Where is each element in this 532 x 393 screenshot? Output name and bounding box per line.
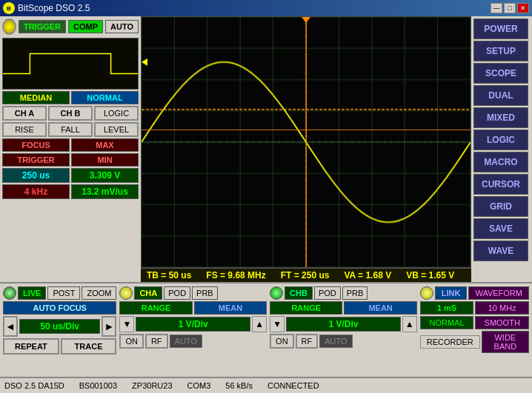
logic-button[interactable]: LOGIC xyxy=(94,106,139,121)
trigger-row: TRIGGER COMP AUTO xyxy=(2,19,139,35)
macro-button[interactable]: MACRO xyxy=(473,152,528,172)
app-icon: B xyxy=(3,2,15,14)
live-row: LIVE POST ZOOM xyxy=(3,286,116,300)
cursor-vertical xyxy=(306,17,307,267)
timediv-display: 50 us/Div xyxy=(19,319,100,334)
cha-indicator xyxy=(119,286,133,300)
chb-label-button[interactable]: CHB xyxy=(285,286,313,300)
status-bar: DSO 2.5 DA15D BS001003 ZP30RU23 COM3 56 … xyxy=(0,377,532,393)
chb-rf-button[interactable]: RF xyxy=(296,334,319,349)
chb-vdiv-display: 1 V/Div xyxy=(286,317,401,332)
cha-vdiv-right[interactable]: ▲ xyxy=(252,316,267,332)
save-button[interactable]: SAVE xyxy=(473,218,528,239)
link-button[interactable]: LINK xyxy=(435,286,468,300)
mixed-button[interactable]: MIXED xyxy=(473,107,528,128)
bottom-left-section: LIVE POST ZOOM AUTO FOCUS ◄ 50 us/Div ► … xyxy=(1,285,118,362)
bottom-link-section: LINK WAVEFORM 1 mS 10 MHz NORMAL SMOOTH … xyxy=(419,285,531,362)
cha-button[interactable]: CH A xyxy=(2,106,47,121)
repeat-button[interactable]: REPEAT xyxy=(3,338,59,355)
time-value: 250 us xyxy=(2,168,70,183)
setup-button[interactable]: SETUP xyxy=(473,41,528,61)
recorder-button[interactable]: RECORDER xyxy=(420,335,480,349)
median-normal-row: MEDIAN NORMAL xyxy=(2,91,139,104)
cha-label-button[interactable]: CHA xyxy=(134,286,162,300)
cha-prb-button[interactable]: PRB xyxy=(192,286,218,300)
link-indicator xyxy=(420,286,433,300)
level-button[interactable]: LEVEL xyxy=(94,122,139,137)
ch-row: CH A CH B LOGIC xyxy=(2,106,139,121)
power-button[interactable]: POWER xyxy=(473,19,528,39)
minimize-button[interactable]: — xyxy=(491,3,502,13)
auto-button[interactable]: AUTO xyxy=(105,20,139,33)
timediv-right-button[interactable]: ► xyxy=(102,316,116,337)
chb-button[interactable]: CH B xyxy=(48,106,93,121)
zp-status: ZP30RU23 xyxy=(132,381,172,390)
trigger-button[interactable]: TRIGGER xyxy=(19,20,66,33)
vb-status: VB = 1.65 V xyxy=(406,270,454,281)
maximize-button[interactable]: □ xyxy=(504,3,516,13)
zoom-button[interactable]: ZOOM xyxy=(82,286,116,300)
cha-label-row: CHA POD PRB xyxy=(119,286,267,300)
median-button[interactable]: MEDIAN xyxy=(2,91,70,104)
autofocus-button[interactable]: AUTO FOCUS xyxy=(3,301,116,315)
cha-vdiv-left[interactable]: ▼ xyxy=(119,316,134,332)
live-button[interactable]: LIVE xyxy=(18,286,46,300)
dual-button[interactable]: DUAL xyxy=(473,85,528,106)
speed-status: 56 kB/s xyxy=(225,381,253,390)
repeat-trace-row: REPEAT TRACE xyxy=(3,338,116,355)
scope-button[interactable]: SCOPE xyxy=(473,63,528,84)
val-row-1: 250 us 3.309 V xyxy=(2,168,139,183)
cha-on-button[interactable]: ON xyxy=(119,334,144,349)
chb-auto-button[interactable]: AUTO xyxy=(319,335,352,348)
cha-auto-button[interactable]: AUTO xyxy=(170,335,202,348)
com-status: COM3 xyxy=(187,381,211,390)
wave-button[interactable]: WAVE xyxy=(473,241,528,261)
wideband-button[interactable]: WIDE BAND xyxy=(482,331,529,353)
rise-button[interactable]: RISE xyxy=(2,122,47,137)
voltage-value: 3.309 V xyxy=(71,168,139,183)
10mhz-button[interactable]: 10 MHz xyxy=(475,301,529,315)
autofocus-row: AUTO FOCUS xyxy=(3,301,116,315)
chb-range-button[interactable]: RANGE xyxy=(270,301,342,315)
title-bar: B BitScope DSO 2.5 — □ ✕ xyxy=(0,0,532,16)
cha-pod-button[interactable]: POD xyxy=(164,286,190,300)
cursor-button[interactable]: CURSOR xyxy=(473,174,528,195)
trigger-sm-button[interactable]: TRIGGER xyxy=(2,153,70,167)
min-button[interactable]: MIN xyxy=(71,153,139,167)
trace-button[interactable]: TRACE xyxy=(61,338,117,355)
chb-indicator xyxy=(270,286,283,300)
chb-prb-button[interactable]: PRB xyxy=(342,286,368,300)
cha-rf-button[interactable]: RF xyxy=(145,334,168,349)
waveform-button[interactable]: WAVEFORM xyxy=(468,286,529,300)
smooth-button[interactable]: SMOOTH xyxy=(475,316,529,329)
chb-pod-button[interactable]: POD xyxy=(314,286,341,300)
1ms-button[interactable]: 1 mS xyxy=(420,301,474,315)
normal-sm-button[interactable]: NORMAL xyxy=(420,316,474,329)
chb-on-button[interactable]: ON xyxy=(270,334,294,349)
top-area: TRIGGER COMP AUTO MEDIAN NORMAL CH A CH … xyxy=(0,16,532,282)
post-button[interactable]: POST xyxy=(47,286,80,300)
link-recorder-row: RECORDER WIDE BAND xyxy=(420,331,529,353)
bottom-cha-section: CHA POD PRB RANGE MEAN ▼ 1 V/Div ▲ ON RF… xyxy=(118,285,268,362)
max-button[interactable]: MAX xyxy=(71,138,139,152)
logic-right-button[interactable]: LOGIC xyxy=(473,130,528,150)
cha-vdiv-display: 1 V/Div xyxy=(136,317,250,332)
focus-max-row: FOCUS MAX xyxy=(2,138,139,152)
link-normal-row: NORMAL SMOOTH xyxy=(420,316,529,329)
focus-button[interactable]: FOCUS xyxy=(2,138,70,152)
cha-vdiv-row: ▼ 1 V/Div ▲ xyxy=(119,316,267,332)
chb-mean-button[interactable]: MEAN xyxy=(344,301,416,315)
fall-button[interactable]: FALL xyxy=(48,122,93,137)
trigger-indicator xyxy=(2,19,16,35)
chb-vdiv-left[interactable]: ▼ xyxy=(270,316,285,332)
chb-range-row: RANGE MEAN xyxy=(270,301,417,315)
normal-button[interactable]: NORMAL xyxy=(71,91,139,104)
close-button[interactable]: ✕ xyxy=(517,3,529,13)
comp-button[interactable]: COMP xyxy=(68,20,103,33)
cha-mean-button[interactable]: MEAN xyxy=(194,301,267,315)
cha-range-button[interactable]: RANGE xyxy=(119,301,192,315)
chb-vdiv-right[interactable]: ▲ xyxy=(402,316,417,332)
timediv-left-button[interactable]: ◄ xyxy=(3,316,18,337)
grid-button[interactable]: GRID xyxy=(473,196,528,217)
scope-display[interactable] xyxy=(141,16,471,268)
